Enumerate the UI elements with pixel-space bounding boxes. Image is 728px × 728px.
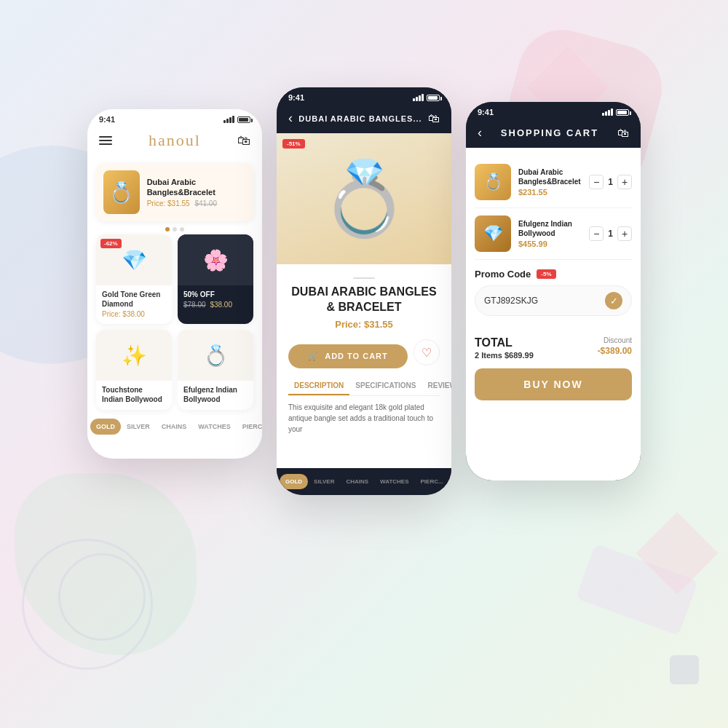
product-card-inner-2: 🌸 xyxy=(178,234,253,285)
time-phone2: 9:41 xyxy=(288,93,304,102)
buy-now-button[interactable]: BUY NOW xyxy=(475,368,632,400)
battery-fill-3 xyxy=(617,111,627,114)
phone-product-detail: 9:41 ‹ DUBAI ARABIC BANGLES... 🛍 -51% xyxy=(277,87,451,495)
product-detail-price: Price: $31.55 xyxy=(288,319,440,330)
qty-control-2: − 1 + xyxy=(589,226,632,241)
product-info-1: Gold Tone Green Diamond Price: $38.00 xyxy=(96,285,172,324)
cart-item-name-2: Efulgenz Indian Bollywood xyxy=(518,219,582,238)
discount-badge-1: -62% xyxy=(100,239,122,248)
product-detail-name: DUBAI ARABIC BANGLES & BRACELET xyxy=(288,285,440,315)
product-card-4[interactable]: 💍 Efulgenz Indian Bollywood xyxy=(178,330,253,410)
tab-watches[interactable]: WATCHES xyxy=(192,419,236,435)
status-icons-phone2 xyxy=(413,94,440,101)
promo-label: Promo Code -5% xyxy=(475,269,632,280)
tab-reviews[interactable]: REVIEWS xyxy=(422,377,452,395)
product-name-3: Touchstone Indian Bollywood xyxy=(102,385,166,404)
signal-bar-2 xyxy=(605,111,607,116)
product-info-3: Touchstone Indian Bollywood xyxy=(96,381,172,410)
qty-decrease-2[interactable]: − xyxy=(589,226,604,241)
promo-input-wrapper[interactable]: GTJ892SKJG ✓ xyxy=(475,285,632,316)
signal-bar-4 xyxy=(611,108,613,116)
banner-price-value: $31.55 xyxy=(167,199,190,207)
signal-phone2 xyxy=(413,94,424,101)
product-card-3[interactable]: ✨ Touchstone Indian Bollywood xyxy=(96,330,172,410)
sale-badge: -51% xyxy=(282,139,305,149)
signal-bar-1 xyxy=(413,98,415,101)
promo-section: Promo Code -5% GTJ892SKJG ✓ xyxy=(475,269,632,316)
promo-code-text: GTJ892SKJG xyxy=(484,296,605,306)
qty-decrease-1[interactable]: − xyxy=(589,175,604,189)
back-button-phone3[interactable]: ‹ xyxy=(478,125,482,141)
product-price-1: Price: $38.00 xyxy=(102,310,166,318)
back-button-phone2[interactable]: ‹ xyxy=(288,111,293,126)
bg-decorative-square xyxy=(670,655,699,684)
promo-badge: -5% xyxy=(537,269,555,279)
battery-fill-2 xyxy=(428,96,438,100)
signal-bar-1 xyxy=(223,120,226,123)
tab-description[interactable]: DESCRIPTION xyxy=(288,377,349,395)
cart-item-info-1: Dubai Arabic Bangles&Bracelet $231.55 xyxy=(518,167,582,197)
product-new-price-2: $38.00 xyxy=(210,301,232,309)
qty-value-1: 1 xyxy=(608,177,613,187)
tab-chains[interactable]: CHAINS xyxy=(156,419,193,435)
status-icons-phone1 xyxy=(223,116,250,123)
banner-price: Price: $31.55 $41.00 xyxy=(147,199,246,207)
cart-icon-btn: 🛒 xyxy=(308,352,319,361)
signal-bar-3 xyxy=(229,117,232,123)
tab-piercing[interactable]: PIERC... xyxy=(237,419,262,435)
phone2-tab-watches[interactable]: WATCHES xyxy=(374,474,414,489)
product-name-1: Gold Tone Green Diamond xyxy=(102,290,166,309)
phone2-tab-gold[interactable]: GOLD xyxy=(280,474,308,489)
qty-increase-1[interactable]: + xyxy=(617,175,632,189)
signal-bar-2 xyxy=(416,97,418,101)
signal-bar-4 xyxy=(232,116,234,123)
product-image-4: 💍 xyxy=(178,330,253,381)
qty-increase-2[interactable]: + xyxy=(617,226,632,241)
product-detail-body: DUBAI ARABIC BANGLES & BRACELET Price: $… xyxy=(277,264,451,468)
product-info-4: Efulgenz Indian Bollywood xyxy=(178,381,253,410)
promo-check-icon[interactable]: ✓ xyxy=(605,292,622,309)
cart-body: 💍 Dubai Arabic Bangles&Bracelet $231.55 … xyxy=(466,148,641,480)
featured-banner[interactable]: 💍 Dubai Arabic Bangles&Bracelet Price: $… xyxy=(96,163,253,221)
signal-bar-2 xyxy=(226,119,229,123)
signal-phone3 xyxy=(602,108,613,116)
cart-icon-phone2[interactable]: 🛍 xyxy=(428,112,440,125)
phone2-bottom-tabs: GOLD SILVER CHAINS WATCHES PIERC... xyxy=(277,468,451,495)
cart-item-name-1: Dubai Arabic Bangles&Bracelet xyxy=(518,167,582,186)
cart-item-info-2: Efulgenz Indian Bollywood $455.99 xyxy=(518,219,582,248)
product-image-3: ✨ xyxy=(96,330,172,381)
battery-phone1 xyxy=(237,116,250,123)
tab-specifications[interactable]: SPECIFICATIONS xyxy=(349,377,422,395)
status-bar-phone3: 9:41 xyxy=(466,102,641,119)
tab-gold[interactable]: GOLD xyxy=(90,419,121,435)
total-right: Discount -$389.00 xyxy=(598,336,632,356)
add-to-cart-label: ADD TO CART xyxy=(325,352,388,360)
hamburger-line xyxy=(99,143,112,145)
product-card-2[interactable]: 🌸 50% OFF $78.00 $38.00 xyxy=(178,234,253,324)
wishlist-button[interactable]: ♡ xyxy=(414,339,440,365)
banner-price-label: Price: xyxy=(147,199,166,207)
qty-control-1: − 1 + xyxy=(589,175,632,189)
total-items-count: 2 Items xyxy=(475,351,502,360)
product-price-label: Price: xyxy=(102,310,122,318)
signal-bar-4 xyxy=(422,94,424,101)
header-cart-icon[interactable]: 🛍 xyxy=(237,133,250,149)
phone2-tab-chains[interactable]: CHAINS xyxy=(340,474,374,489)
menu-icon[interactable] xyxy=(99,134,112,147)
cart-item-2: 💎 Efulgenz Indian Bollywood $455.99 − 1 … xyxy=(475,208,632,260)
add-to-cart-button[interactable]: 🛒 ADD TO CART xyxy=(288,344,408,368)
phone2-tab-silver[interactable]: SILVER xyxy=(308,474,340,489)
cart-item-img-2: 💎 xyxy=(475,215,511,252)
product-card-1[interactable]: -62% 💎 Gold Tone Green Diamond Price: $3… xyxy=(96,234,172,324)
cart-icon-phone3[interactable]: 🛍 xyxy=(617,127,629,140)
time-phone1: 9:41 xyxy=(99,115,115,124)
banner-old-price: $41.00 xyxy=(194,199,217,207)
banner-product-image: 💍 xyxy=(103,170,140,214)
battery-fill-1 xyxy=(239,118,248,122)
product-info-2: 50% OFF $78.00 $38.00 xyxy=(178,285,253,314)
tab-silver[interactable]: SILVER xyxy=(121,419,156,435)
phone2-tab-piercing[interactable]: PIERC... xyxy=(415,474,449,489)
detail-description-text: This exquisite and elegant 18k gold plat… xyxy=(288,402,440,435)
detail-price-value: $31.55 xyxy=(364,319,393,330)
bg-circle-2 xyxy=(58,553,146,641)
